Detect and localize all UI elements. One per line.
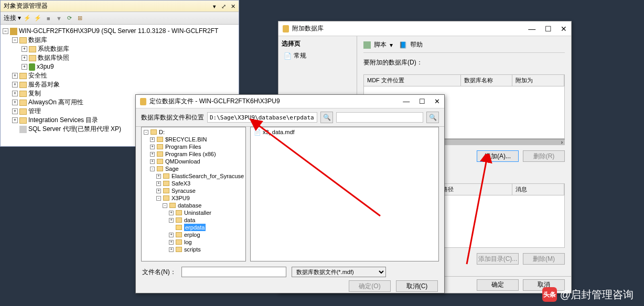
object-explorer-title-bar: 对象资源管理器 ▾ ⤢ ✕ [1, 1, 239, 12]
expand-icon[interactable]: + [169, 247, 174, 252]
locate-title-bar[interactable]: 定位数据库文件 - WIN-GCLFR2FTK6H\X3PU9 — ☐ ✕ [136, 95, 444, 108]
script-button[interactable]: 脚本 [374, 40, 387, 49]
database-icon [283, 25, 289, 32]
expand-icon[interactable]: + [169, 218, 174, 223]
sql-agent-label: SQL Server 代理(已禁用代理 XP) [28, 125, 121, 134]
properties-icon[interactable]: ⊞ [76, 14, 84, 23]
col-dbname[interactable]: 数据库名称 [461, 75, 513, 86]
drive-icon [151, 129, 157, 135]
expand-icon[interactable]: + [150, 137, 155, 142]
filename-input[interactable] [181, 267, 286, 277]
folder-node[interactable]: -Sage [143, 165, 244, 172]
system-databases-node[interactable]: +系统数据库 [3, 45, 237, 53]
general-page-item[interactable]: 📄 常规 [282, 50, 353, 61]
folder-node[interactable]: +SafeX3 [143, 180, 244, 187]
folder-node-selected[interactable]: erpdata [143, 224, 244, 231]
management-label: 管理 [28, 107, 41, 116]
folder-node[interactable]: +Syracuse [143, 187, 244, 194]
remove-m-button: 删除(M) [523, 253, 565, 265]
expand-icon[interactable]: + [12, 82, 18, 88]
folder-node[interactable]: +ElasticSearch_for_Syracuse [143, 172, 244, 180]
collapse-icon[interactable]: − [3, 28, 8, 34]
pin-icon[interactable]: ⤢ [221, 3, 226, 9]
stop-icon[interactable]: ■ [44, 14, 52, 23]
folder-node[interactable]: +Program Files [143, 143, 244, 150]
folder-node[interactable]: +data [143, 216, 244, 224]
cancel-button[interactable]: 取消(C) [396, 280, 438, 292]
database-icon [29, 63, 35, 71]
col-mdf[interactable]: MDF 文件位置 [364, 75, 461, 86]
folder-node[interactable]: +scripts [143, 246, 244, 253]
filter-icon[interactable]: ▼ [55, 14, 63, 23]
expand-icon[interactable]: + [150, 152, 155, 157]
expand-icon[interactable]: + [12, 91, 18, 96]
expand-icon[interactable]: + [12, 100, 18, 105]
folder-node[interactable]: +Uninstaller [143, 209, 244, 216]
folder-tree[interactable]: -D: +$RECYCLE.BIN +Program Files +Progra… [141, 127, 246, 261]
expand-icon[interactable]: + [22, 55, 27, 61]
folder-icon [163, 173, 169, 179]
filter-select[interactable]: 数据库数据文件(*.mdf) [292, 267, 386, 277]
col-attachas[interactable]: 附加为 [512, 75, 564, 86]
databases-node[interactable]: −数据库 [3, 36, 237, 45]
expand-icon[interactable]: + [12, 108, 18, 114]
attach-title-bar[interactable]: 附加数据库 — ☐ ✕ [278, 21, 571, 36]
collapse-icon[interactable]: - [163, 203, 167, 208]
expand-icon[interactable]: + [169, 240, 174, 245]
folder-node[interactable]: +Program Files (x86) [143, 150, 244, 158]
expand-icon[interactable]: + [169, 211, 174, 215]
folder-node[interactable]: -X3PU9 [143, 194, 244, 202]
dropdown-icon[interactable]: ▾ [213, 3, 216, 9]
collapse-icon[interactable]: − [12, 37, 18, 43]
folder-icon [157, 144, 163, 149]
expand-icon[interactable]: + [150, 159, 155, 164]
folder-node[interactable]: +QMDownload [143, 158, 244, 165]
ok-button[interactable]: 确定(O) [349, 280, 391, 292]
expand-icon[interactable]: + [156, 189, 161, 193]
expand-icon[interactable]: + [22, 46, 27, 52]
col-message[interactable]: 消息 [512, 184, 564, 195]
folder-icon [163, 188, 169, 193]
security-node[interactable]: +安全性 [3, 71, 237, 80]
minimize-icon[interactable]: — [528, 25, 535, 33]
expand-icon[interactable]: + [12, 73, 18, 79]
folder-icon [157, 159, 163, 164]
folder-icon [157, 137, 163, 142]
expand-icon[interactable]: + [12, 117, 18, 123]
drive-node[interactable]: -D: [143, 128, 244, 136]
expand-icon[interactable]: + [22, 64, 27, 70]
collapse-icon[interactable]: - [156, 196, 161, 201]
refresh-icon[interactable]: ⟳ [65, 14, 73, 23]
help-button[interactable]: 帮助 [410, 40, 423, 49]
connect-button[interactable]: 连接 ▾ [4, 14, 21, 23]
object-explorer-title: 对象资源管理器 [4, 2, 48, 10]
server-node[interactable]: −WIN-GCLFR2FTK6H\X3PU9 (SQL Server 11.0.… [3, 27, 237, 36]
maximize-icon[interactable]: ☐ [419, 97, 425, 105]
user-db-node[interactable]: +x3pu9 [3, 62, 237, 71]
folder-node[interactable]: +erplog [143, 231, 244, 238]
collapse-icon[interactable]: - [150, 167, 155, 171]
search-button[interactable]: 🔍 [426, 112, 439, 123]
folder-node[interactable]: +log [143, 238, 244, 246]
collapse-icon[interactable]: - [144, 130, 148, 135]
close-icon[interactable]: ✕ [231, 3, 235, 9]
dropdown-icon[interactable]: ▾ [390, 41, 393, 49]
snapshots-node[interactable]: +数据库快照 [3, 53, 237, 62]
expand-icon[interactable]: + [156, 181, 161, 186]
window-controls: — ☐ ✕ [395, 97, 440, 105]
expand-icon[interactable]: + [169, 233, 174, 237]
expand-icon[interactable]: + [150, 145, 155, 149]
close-icon[interactable]: ✕ [434, 97, 440, 105]
security-label: 安全性 [28, 71, 47, 80]
minimize-icon[interactable]: — [403, 97, 410, 105]
disconnect-icon[interactable]: ⚡ [34, 14, 42, 23]
server-objects-node[interactable]: +服务器对象 [3, 80, 237, 89]
ok-button[interactable]: 确定 [477, 279, 519, 291]
connect-icon[interactable]: ⚡ [23, 14, 31, 23]
folder-node[interactable]: +$RECYCLE.BIN [143, 136, 244, 143]
folder-node[interactable]: -database [143, 202, 244, 209]
maximize-icon[interactable]: ☐ [545, 25, 552, 33]
locate-title-content: 定位数据库文件 - WIN-GCLFR2FTK6H\X3PU9 [140, 97, 280, 106]
close-icon[interactable]: ✕ [561, 25, 567, 33]
expand-icon[interactable]: + [156, 174, 161, 179]
